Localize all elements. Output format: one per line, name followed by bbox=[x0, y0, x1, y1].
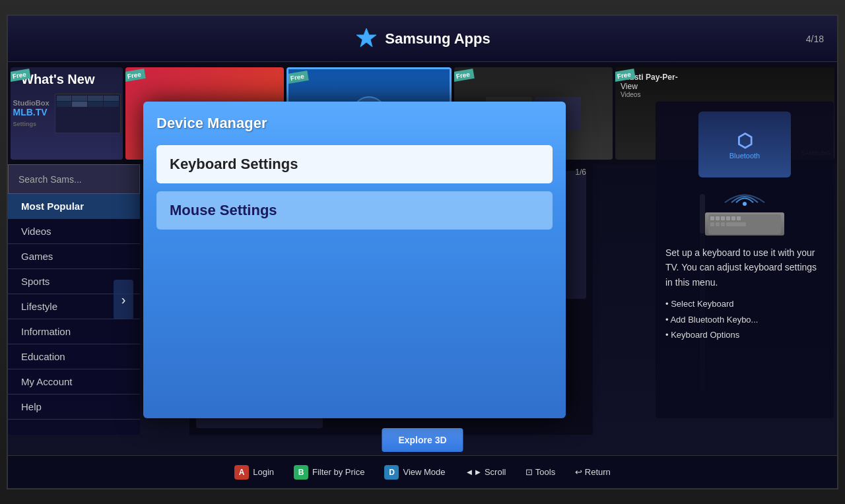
info-description: Set up a keyboard to use it with your TV… bbox=[665, 245, 824, 290]
left-sidebar: Search Sams... Most Popular Videos Games… bbox=[8, 164, 140, 435]
bluetooth-label: Bluetooth bbox=[729, 152, 760, 160]
view-mode-button[interactable]: D View Mode bbox=[384, 465, 445, 480]
nav-games[interactable]: Games bbox=[8, 244, 140, 269]
scroll-button: ◄► Scroll bbox=[465, 467, 506, 477]
nav-education[interactable]: Education bbox=[8, 344, 140, 369]
svg-rect-26 bbox=[710, 216, 714, 220]
keyboard-svg bbox=[708, 214, 781, 234]
tools-button[interactable]: ⊡ Tools bbox=[525, 467, 555, 477]
nav-videos[interactable]: Videos bbox=[8, 219, 140, 244]
a-button: A bbox=[234, 465, 249, 480]
svg-rect-27 bbox=[716, 216, 720, 220]
tools-label: ⊡ Tools bbox=[525, 467, 555, 477]
filter-price-button[interactable]: B Filter by Price bbox=[294, 465, 364, 480]
keyboard-image bbox=[705, 212, 784, 236]
bluetooth-display: ⬡ Bluetooth bbox=[698, 111, 791, 177]
info-bullet-2: • Add Bluetooth Keybo... bbox=[665, 312, 824, 327]
tv-screen: Samsung Apps 4/18 What's New Free Studio… bbox=[7, 15, 838, 489]
svg-rect-34 bbox=[721, 222, 725, 226]
svg-point-24 bbox=[743, 202, 747, 206]
nav-help[interactable]: Help bbox=[8, 394, 140, 420]
nav-my-account[interactable]: My Account bbox=[8, 369, 140, 394]
nav-most-popular[interactable]: Most Popular bbox=[8, 194, 140, 219]
info-bullet-3: • Keyboard Options bbox=[665, 327, 824, 342]
nav-information[interactable]: Information bbox=[8, 319, 140, 344]
search-bar[interactable]: Search Sams... bbox=[8, 164, 140, 194]
nav-next-arrow[interactable]: › bbox=[114, 280, 133, 319]
svg-rect-33 bbox=[716, 222, 720, 226]
explore-3d-button[interactable]: Explore 3D bbox=[382, 428, 463, 452]
b-button: B bbox=[294, 465, 308, 480]
device-manager-dialog: Device Manager Keyboard Settings Mouse S… bbox=[143, 102, 566, 418]
return-button[interactable]: ↩ Return bbox=[575, 467, 611, 477]
bottom-bar: A Login B Filter by Price D View Mode ◄►… bbox=[8, 455, 837, 488]
filter-price-label: Filter by Price bbox=[312, 467, 364, 477]
keyboard-settings-button[interactable]: Keyboard Settings bbox=[156, 145, 553, 183]
samsung-logo-icon bbox=[355, 27, 378, 51]
top-bar: Samsung Apps 4/18 bbox=[8, 16, 837, 62]
login-label: Login bbox=[253, 467, 274, 477]
wifi-wave-icon bbox=[718, 184, 771, 207]
info-bullet-1: • Select Keyboard bbox=[665, 296, 824, 311]
scroll-label: ◄► Scroll bbox=[465, 467, 506, 477]
whats-new-label: What's New bbox=[15, 62, 101, 97]
tv-frame: Samsung Apps 4/18 What's New Free Studio… bbox=[0, 0, 845, 504]
d-button: D bbox=[384, 465, 399, 480]
svg-rect-36 bbox=[710, 228, 776, 232]
svg-rect-35 bbox=[726, 222, 746, 226]
app-title: Samsung Apps bbox=[385, 30, 490, 47]
info-panel: ⬡ Bluetooth bbox=[656, 102, 834, 418]
bluetooth-icon: ⬡ bbox=[729, 130, 760, 152]
svg-marker-0 bbox=[356, 28, 376, 47]
svg-rect-32 bbox=[710, 222, 714, 226]
svg-rect-30 bbox=[731, 216, 735, 220]
login-button[interactable]: A Login bbox=[234, 465, 274, 480]
wifi-waves bbox=[665, 184, 824, 207]
dialog-title: Device Manager bbox=[156, 115, 553, 132]
page-counter: 4/18 bbox=[806, 34, 824, 44]
section-counter: 1/6 bbox=[575, 168, 586, 177]
svg-rect-28 bbox=[721, 216, 725, 220]
return-label: ↩ Return bbox=[575, 467, 611, 477]
view-mode-label: View Mode bbox=[403, 467, 445, 477]
svg-rect-29 bbox=[726, 216, 730, 220]
svg-rect-31 bbox=[737, 216, 741, 220]
samsung-apps-logo: Samsung Apps bbox=[355, 27, 490, 51]
mouse-settings-button[interactable]: Mouse Settings bbox=[156, 191, 553, 230]
info-list: • Select Keyboard • Add Bluetooth Keybo.… bbox=[665, 296, 824, 342]
search-placeholder: Search Sams... bbox=[18, 174, 82, 185]
